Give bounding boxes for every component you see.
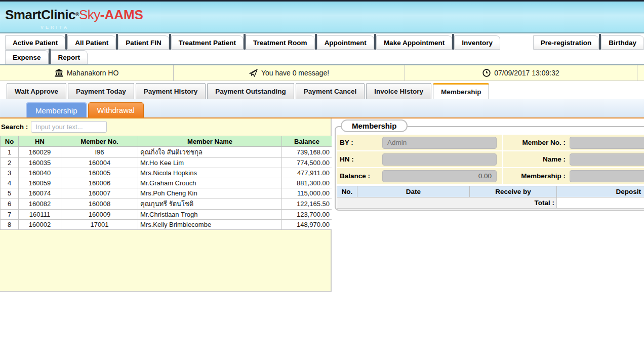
cell-member-name: Mr.Christiaan Trogh xyxy=(138,210,282,220)
tab-wait-approve[interactable]: Wait Approve xyxy=(7,83,66,99)
search-row: Search : xyxy=(0,118,331,136)
cell-balance: 122,165.50 xyxy=(282,198,332,210)
cell-balance: 123,700.00 xyxy=(282,210,332,220)
content-area: Search : No HN Member No. Member Name Ba… xyxy=(0,118,644,292)
app-logo: SmartClinic®Sky-AAMS xyxy=(5,7,143,23)
membership-field[interactable] xyxy=(570,170,644,182)
cell-balance: 881,300.00 xyxy=(282,178,332,188)
cell-no: 8 xyxy=(1,220,19,230)
tab-payment-outstanding[interactable]: Payment Outstanding xyxy=(207,83,294,99)
cell-balance: 739,168.00 xyxy=(282,147,332,158)
table-row[interactable]: 8 160002 17001 Mrs.Kelly Brimblecombe 14… xyxy=(1,220,332,230)
logo-registered-mark: ® xyxy=(75,12,79,17)
by-field[interactable]: Admin xyxy=(382,137,497,149)
branch-name: Mahanakorn HO xyxy=(67,69,119,77)
col-member-no: Member No. xyxy=(61,136,138,147)
cell-no: 4 xyxy=(1,178,19,188)
form-row-hn: HN : Name : xyxy=(337,151,644,168)
tab-treatment-room[interactable]: Treatment Room xyxy=(246,35,315,50)
cell-balance: 774,500.00 xyxy=(282,158,332,168)
total-label: Total : xyxy=(337,197,557,209)
cell-member-name: คุณกุนทรี รัตนโชติ xyxy=(138,198,282,210)
balance-field[interactable]: 0.00 xyxy=(382,170,497,182)
cell-member-no: 160007 xyxy=(61,188,138,198)
message-cell[interactable]: You have 0 message! xyxy=(174,65,405,81)
form-row-by: BY : Admin Member No. : xyxy=(337,135,644,151)
tab-patient-fin[interactable]: Patient FIN xyxy=(118,35,169,50)
cell-no: 7 xyxy=(1,210,19,220)
cell-member-no: 160004 xyxy=(61,158,138,168)
cell-hn: 160040 xyxy=(19,168,61,178)
status-bar: Mahanakorn HO You have 0 message! 07/09/… xyxy=(0,65,644,81)
table-row[interactable]: 2 160035 160004 Mr.Ho Kee Lim 774,500.00 xyxy=(1,158,332,168)
send-icon xyxy=(249,69,258,77)
table-row[interactable]: 1 160029 I96 คุณกิ่งใจ สันติเวชชกุล 739,… xyxy=(1,147,332,158)
table-row[interactable]: 7 160111 160009 Mr.Christiaan Trogh 123,… xyxy=(1,210,332,220)
cell-member-name: Mr.Graham Crouch xyxy=(138,178,282,188)
membership-label: Membership : xyxy=(502,168,570,184)
main-nav-right-group: Pre-registration Birthday xyxy=(533,35,644,50)
cell-member-no: I96 xyxy=(61,147,138,158)
cell-hn: 160074 xyxy=(19,188,61,198)
col-no: No xyxy=(1,136,19,147)
search-input[interactable] xyxy=(31,121,107,133)
cell-member-name: Mr.Ho Kee Lim xyxy=(138,158,282,168)
name-field[interactable] xyxy=(570,153,644,166)
membership-fieldset-legend: Membership xyxy=(341,119,408,132)
col-balance: Balance xyxy=(282,136,332,147)
tab-expense[interactable]: Expense xyxy=(5,50,49,64)
tab-inventory[interactable]: Inventory xyxy=(454,35,500,50)
cell-member-name: Mrs.Nicola Hopkins xyxy=(138,168,282,178)
app-header: SmartClinic®Sky-AAMS VERITA xyxy=(0,2,644,33)
table-row[interactable]: 4 160059 160006 Mr.Graham Crouch 881,300… xyxy=(1,178,332,188)
tab-payment-cancel[interactable]: Payment Cancel xyxy=(296,83,365,99)
tab-invoice-history[interactable]: Invoice History xyxy=(366,83,431,99)
tab-payment-today[interactable]: Payment Today xyxy=(68,83,134,99)
logo-watermark: VERITA xyxy=(41,25,69,30)
bank-icon xyxy=(55,69,63,77)
tab-all-patient[interactable]: All Patient xyxy=(67,35,116,50)
datetime-cell: 07/09/2017 13:09:32 xyxy=(405,65,637,81)
tab-membership[interactable]: Membership xyxy=(433,83,490,99)
cell-member-name: Mrs.Kelly Brimblecombe xyxy=(138,220,282,230)
tab-make-appointment[interactable]: Make Appointment xyxy=(376,35,452,50)
status-bar-filler xyxy=(637,65,644,81)
table-row[interactable]: 5 160074 160007 Mrs.Poh Cheng Kin 115,00… xyxy=(1,188,332,198)
member-no-field[interactable] xyxy=(570,137,644,149)
cell-balance: 477,911.00 xyxy=(282,168,332,178)
cell-member-no: 160009 xyxy=(61,210,138,220)
tab-pre-registration[interactable]: Pre-registration xyxy=(533,35,599,50)
subtab-membership[interactable]: Membership xyxy=(26,102,87,117)
deposit-total-row: Total : xyxy=(337,197,644,209)
tab-birthday[interactable]: Birthday xyxy=(601,35,644,50)
message-text: You have 0 message! xyxy=(261,69,329,77)
col-receive-by: Receive by xyxy=(470,186,557,197)
cell-member-no: 160005 xyxy=(61,168,138,178)
tab-separator xyxy=(49,49,51,64)
cell-no: 6 xyxy=(1,198,19,210)
membership-sub-nav: Membership Withdrawal xyxy=(0,99,644,118)
hn-field[interactable] xyxy=(382,153,497,166)
col-deposit: Deposit xyxy=(557,186,644,197)
tab-payment-history[interactable]: Payment History xyxy=(136,83,206,99)
cell-balance: 115,000.00 xyxy=(282,188,332,198)
main-nav: Active Patient All Patient Patient FIN T… xyxy=(0,33,644,65)
cell-hn: 160111 xyxy=(19,210,61,220)
table-row[interactable]: 6 160082 160008 คุณกุนทรี รัตนโชติ 122,1… xyxy=(1,198,332,210)
cell-balance: 148,970.00 xyxy=(282,220,332,230)
cell-member-no: 160008 xyxy=(61,198,138,210)
membership-detail-panel: Membership BY : Admin Member No. : HN : … xyxy=(332,118,644,292)
branch-cell: Mahanakorn HO xyxy=(0,65,174,81)
col-member-name: Member Name xyxy=(138,136,282,147)
deposit-table: No. Date Receive by Deposit Total : xyxy=(337,186,644,209)
logo-sky: Sky xyxy=(79,7,100,22)
tab-appointment[interactable]: Appointment xyxy=(317,35,374,50)
cell-no: 2 xyxy=(1,158,19,168)
subtab-withdrawal[interactable]: Withdrawal xyxy=(88,102,144,117)
tab-report[interactable]: Report xyxy=(51,50,88,64)
table-row[interactable]: 3 160040 160005 Mrs.Nicola Hopkins 477,9… xyxy=(1,168,332,178)
tab-treatment-patient[interactable]: Treatment Patient xyxy=(171,35,244,50)
cell-member-no: 17001 xyxy=(61,220,138,230)
cell-hn: 160002 xyxy=(19,220,61,230)
tab-active-patient[interactable]: Active Patient xyxy=(5,35,65,50)
